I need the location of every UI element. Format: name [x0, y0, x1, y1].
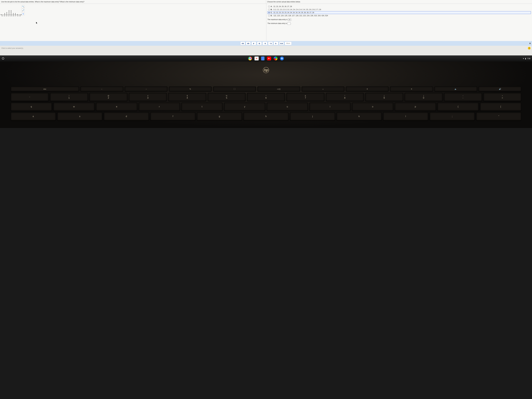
choice-letter: C.	[271, 12, 272, 13]
dotplot-column	[10, 5, 12, 15]
keycap: $4	[168, 93, 206, 101]
palette-button[interactable]: √▮	[263, 42, 267, 45]
dotplot-column	[17, 5, 19, 15]
palette-button[interactable]: ▮ⁿ	[252, 42, 256, 45]
keycap: s	[57, 112, 102, 120]
choice-letter: A.	[271, 6, 272, 7]
keycap: ←	[80, 86, 123, 91]
keyboard: esc←→↻⛶▭▯▯☼☀✕🔈🔊 ~!1@2#3$4%5^6&7*8(9)0–-+…	[11, 86, 521, 120]
keycap: *8	[326, 93, 364, 101]
keycap: esc	[11, 86, 79, 91]
keycap: [	[480, 102, 521, 111]
palette-button[interactable]: ▮ₙ	[274, 42, 278, 45]
max-entry-input[interactable]: 28	[288, 19, 291, 21]
choice-D[interactable]: D.122, 123, 124, 125, 126, 127, 128, 222…	[267, 14, 531, 17]
keycap: 🔊	[479, 86, 521, 91]
play-store-icon[interactable]	[274, 57, 278, 60]
palette-button[interactable]: ▮⁄▮	[246, 42, 251, 45]
max-entry-line: The maximum data entry is 28 .	[267, 19, 531, 21]
keycap: ☼	[302, 86, 344, 91]
keycap: h	[243, 112, 289, 120]
math-palette: ▮/▮▮⁄▮▮ⁿ|▮|√▮ⁿ√▮▮ₙ(▮,▮) More ✕	[0, 41, 532, 46]
keycap: 🔈	[434, 86, 477, 91]
system-tray[interactable]: ▾ ▮ 7:58	[523, 57, 530, 60]
keycap: e	[96, 102, 137, 111]
dotplot-tick: 21	[1, 15, 3, 17]
figure-tools: 🔍 🔎 ⧉	[22, 5, 25, 15]
dot	[6, 14, 7, 15]
hp-logo: hp	[263, 67, 269, 73]
zoom-out-icon[interactable]: 🔎	[22, 9, 25, 12]
dot	[9, 14, 9, 15]
choice-C[interactable]: C.22, 22, 23, 23, 23, 24, 24, 24, 24, 24…	[267, 11, 531, 14]
min-label: The minimum data entry is	[267, 22, 288, 24]
keycap: →	[125, 86, 167, 91]
pinned-apps: M	[248, 57, 284, 60]
footer-hint: Click to select your answer(s).	[1, 47, 24, 49]
question-app: Use the dot plot to list the actual data…	[0, 0, 532, 55]
dot	[11, 13, 11, 14]
dot	[9, 10, 9, 11]
keycap: p	[395, 102, 436, 111]
youtube-icon[interactable]	[267, 57, 271, 60]
keycap: k	[336, 112, 382, 120]
popout-icon[interactable]: ⧉	[22, 12, 25, 15]
keycap: ~	[11, 93, 49, 101]
keycap: {	[437, 102, 479, 111]
dotplot-tick: 28	[17, 15, 19, 17]
palette-button[interactable]: ⁿ√▮	[268, 42, 273, 45]
min-entry-line: The minimum data entry is .	[267, 22, 531, 25]
dot	[11, 11, 11, 12]
answer-panel: A.22, 23, 24, 25, 26, 27, 28B.2.2, 2.2, …	[266, 4, 532, 41]
keycap: g	[197, 112, 242, 120]
keycap: j	[290, 112, 335, 120]
keycap: "	[476, 112, 521, 120]
dot-plot: 212223242526272829	[1, 5, 21, 17]
dotplot-tick: 25	[10, 15, 12, 17]
help-icon[interactable]: ?	[528, 47, 531, 50]
keycap: y	[224, 102, 265, 111]
chrome-icon[interactable]	[248, 57, 252, 60]
keycap: q	[11, 102, 52, 111]
launcher-icon[interactable]	[2, 57, 4, 60]
keycap: ↻	[169, 86, 212, 91]
keycap: f	[150, 112, 196, 120]
zoom-in-icon[interactable]: 🔍	[22, 5, 25, 8]
keycap: i	[309, 102, 351, 111]
dotplot-column	[4, 5, 6, 15]
palette-button[interactable]: ▮/▮	[240, 42, 245, 45]
choice-text: 2.2, 2.2, 2.3, 2.3, 2.3, 2.4, 2.4, 2.4, …	[273, 9, 321, 11]
dotplot-tick: 22	[4, 15, 5, 17]
keycap: w	[53, 102, 95, 111]
dotplot-column	[6, 5, 8, 15]
keycap: r	[139, 102, 180, 111]
dotplot-tick: 26	[13, 15, 14, 17]
dot	[6, 13, 7, 14]
docs-icon[interactable]	[261, 57, 265, 60]
palette-close-icon[interactable]: ✕	[529, 42, 531, 45]
palette-more-button[interactable]: More	[285, 42, 291, 45]
choice-B[interactable]: B.2.2, 2.2, 2.3, 2.3, 2.3, 2.4, 2.4, 2.4…	[267, 8, 531, 11]
min-entry-input[interactable]	[287, 22, 291, 25]
keycap: o	[352, 102, 393, 111]
keycap: ⛶	[213, 86, 256, 91]
palette-button[interactable]: (▮,▮)	[279, 42, 284, 45]
radio-icon	[268, 9, 270, 10]
keycap: ☀	[346, 86, 389, 91]
choice-text: 22, 22, 23, 23, 23, 24, 24, 24, 24, 24, …	[273, 12, 314, 13]
dot	[4, 14, 5, 15]
dot	[15, 13, 16, 14]
choice-text: 122, 123, 124, 125, 126, 127, 128, 222, …	[273, 15, 328, 17]
keycap: !1	[50, 93, 88, 101]
choice-A[interactable]: A.22, 23, 24, 25, 26, 27, 28	[267, 5, 531, 8]
dotplot-column	[14, 5, 16, 15]
settings-icon[interactable]	[280, 57, 284, 60]
gmail-icon[interactable]: M	[254, 57, 259, 60]
dot	[13, 13, 13, 14]
dot	[13, 14, 13, 15]
keycap: +=	[483, 93, 521, 101]
palette-button[interactable]: |▮|	[257, 42, 262, 45]
taskbar: M ▾ ▮ 7:58	[0, 55, 532, 62]
dotplot-tick: 23	[6, 15, 7, 17]
dotplot-tick: 24	[8, 15, 10, 17]
